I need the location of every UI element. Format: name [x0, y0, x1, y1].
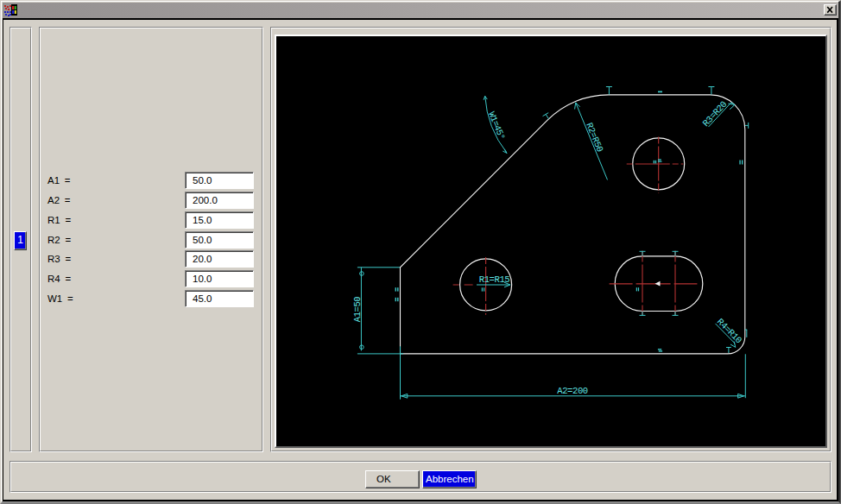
svg-text:R1=R15: R1=R15 — [479, 274, 510, 285]
svg-text:A1=50: A1=50 — [352, 296, 363, 322]
svg-text:R4=R10: R4=R10 — [715, 316, 744, 345]
svg-text:R3=R20: R3=R20 — [700, 98, 729, 128]
svg-text:A2=200: A2=200 — [557, 386, 588, 396]
svg-text:W1=45°: W1=45° — [486, 110, 507, 141]
svg-text:R2=R50: R2=R50 — [584, 121, 605, 153]
